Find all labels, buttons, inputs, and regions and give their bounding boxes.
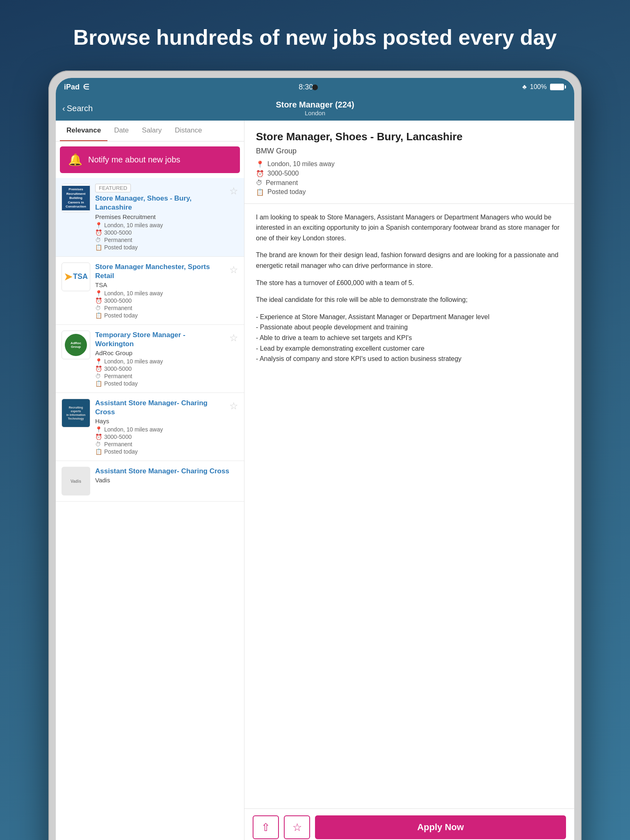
- save-job-button[interactable]: ☆: [229, 400, 238, 412]
- filter-tabs: Relevance Date Salary Distance: [56, 121, 244, 142]
- tsa-logo: ➤ TSA: [64, 271, 88, 283]
- salary-icon: ⏰: [95, 434, 102, 440]
- wifi-icon: ∈: [83, 82, 89, 91]
- job-detail-body: I am looking to speak to Store Managers,…: [244, 204, 574, 809]
- job-actions: ☆: [229, 399, 238, 412]
- salary-icon: ⏰: [95, 229, 102, 236]
- save-job-button[interactable]: ☆: [229, 185, 238, 197]
- job-item[interactable]: Vadis Assistant Store Manager- Charing C…: [56, 461, 244, 502]
- save-job-button[interactable]: ☆: [229, 264, 238, 276]
- job-meta: 📍 London, 10 miles away ⏰ 3000-5000 ⏱: [95, 358, 224, 387]
- job-item[interactable]: PremisesRecruitmentBuilding Careers in C…: [56, 178, 244, 256]
- save-job-button[interactable]: ☆: [229, 332, 238, 344]
- job-company: TSA: [95, 281, 224, 288]
- job-title: Temporary Store Manager - Workington: [95, 331, 224, 349]
- detail-location: 📍 London, 10 miles away: [256, 160, 563, 168]
- job-detail-company: BMW Group: [256, 147, 563, 155]
- battery-label: 100%: [530, 83, 547, 91]
- page-headline: Browse hundreds of new jobs posted every…: [41, 0, 590, 71]
- tab-salary[interactable]: Salary: [135, 121, 168, 141]
- job-salary: ⏰ 3000-5000: [95, 229, 224, 236]
- job-posted: 📋 Posted today: [95, 244, 224, 251]
- job-company: Premises Recruitment: [95, 213, 224, 220]
- location-icon: 📍: [95, 358, 102, 365]
- job-salary: ⏰ 3000-5000: [95, 434, 224, 440]
- back-label[interactable]: Search: [67, 104, 93, 113]
- salary-icon: ⏰: [95, 365, 102, 372]
- job-info: Assistant Store Manager- Charing Cross V…: [95, 467, 238, 485]
- job-type: ⏱ Permanent: [95, 373, 224, 379]
- clock-icon: ⏱: [95, 305, 102, 311]
- nav-header: ‹ Search Store Manager (224) London: [56, 96, 574, 121]
- job-meta: 📍 London, 10 miles away ⏰ 3000-5000 ⏱: [95, 222, 224, 251]
- status-right: ♣ 100%: [523, 83, 566, 91]
- share-button[interactable]: ⇧: [253, 815, 279, 839]
- job-description-4: The ideal candidate for this role will b…: [256, 294, 563, 305]
- back-button[interactable]: ‹ Search: [62, 104, 93, 113]
- job-info: Assistant Store Manager- Charing Cross H…: [95, 399, 224, 455]
- job-detail-actions: ⇧ ☆ Apply Now: [244, 808, 574, 840]
- job-posted: 📋 Posted today: [95, 312, 224, 319]
- clock-icon: ⏱: [95, 441, 102, 447]
- clock-icon: ⏱: [95, 237, 102, 243]
- job-title: Assistant Store Manager- Charing Cross: [95, 467, 238, 476]
- job-actions: ☆: [229, 262, 238, 276]
- save-button[interactable]: ☆: [284, 815, 310, 839]
- calendar-icon: 📋: [95, 448, 102, 455]
- job-title: Store Manager, Shoes - Bury, Lancashire: [95, 194, 224, 212]
- job-meta: 📍 London, 10 miles away ⏰ 3000-5000 ⏱: [95, 290, 224, 319]
- job-location: 📍 London, 10 miles away: [95, 222, 224, 228]
- detail-posted: 📋 Posted today: [256, 188, 563, 196]
- nav-title: Store Manager (224): [276, 100, 354, 110]
- job-info: FEATURED Store Manager, Shoes - Bury, La…: [95, 184, 224, 250]
- calendar-icon: 📋: [95, 244, 102, 251]
- calendar-icon: 📋: [95, 380, 102, 387]
- clock-icon: ⏱: [95, 373, 102, 379]
- notify-text: Notify me about new jobs: [88, 155, 180, 164]
- tablet-device: iPad ∈ 8:30 ♣ 100% ‹ Search: [48, 71, 582, 840]
- detail-salary: ⏰ 3000-5000: [256, 170, 563, 178]
- job-description-5: - Experience at Store Manager, Assistant…: [256, 312, 563, 364]
- job-type: ⏱ Permanent: [95, 305, 224, 311]
- job-logo: AdRocGroup: [62, 331, 90, 359]
- adroc-logo: AdRocGroup: [65, 334, 87, 356]
- job-description-2: The brand are known for their design lea…: [256, 250, 563, 271]
- job-detail-header: Store Manager, Shoes - Bury, Lancashire …: [244, 121, 574, 203]
- main-content: Relevance Date Salary Distance 🔔 Notify …: [56, 121, 574, 840]
- job-item[interactable]: AdRocGroup Temporary Store Manager - Wor…: [56, 325, 244, 393]
- tab-date[interactable]: Date: [107, 121, 135, 141]
- job-info: Temporary Store Manager - Workington AdR…: [95, 331, 224, 387]
- salary-icon: ⏰: [256, 170, 264, 178]
- notify-banner[interactable]: 🔔 Notify me about new jobs: [60, 146, 240, 173]
- salary-icon: ⏰: [95, 297, 102, 304]
- job-description-1: I am looking to speak to Store Managers,…: [256, 212, 563, 244]
- tab-distance[interactable]: Distance: [168, 121, 208, 141]
- calendar-icon: 📋: [95, 312, 102, 319]
- job-item[interactable]: ➤ TSA Store Manager Manchester, Sports R…: [56, 257, 244, 325]
- location-icon: 📍: [95, 426, 102, 433]
- device-name: iPad: [64, 83, 80, 91]
- job-title: Store Manager Manchester, Sports Retail: [95, 262, 224, 281]
- job-logo: ➤ TSA: [62, 262, 90, 291]
- tab-relevance[interactable]: Relevance: [60, 121, 107, 141]
- job-detail-meta: 📍 London, 10 miles away ⏰ 3000-5000 ⏱ Pe…: [256, 160, 563, 196]
- share-icon: ⇧: [261, 821, 270, 834]
- job-location: 📍 London, 10 miles away: [95, 426, 224, 433]
- job-location: 📍 London, 10 miles away: [95, 358, 224, 365]
- star-icon: ☆: [292, 821, 302, 834]
- job-detail-title: Store Manager, Shoes - Bury, Lancashire: [256, 130, 563, 143]
- left-panel: Relevance Date Salary Distance 🔔 Notify …: [56, 121, 244, 840]
- status-left: iPad ∈: [64, 82, 89, 91]
- right-panel: Store Manager, Shoes - Bury, Lancashire …: [244, 121, 574, 840]
- vadis-logo: Vadis: [62, 467, 90, 495]
- tsa-arrow-icon: ➤: [64, 271, 72, 283]
- apply-now-button[interactable]: Apply Now: [315, 815, 566, 839]
- job-logo: Recruiting experts in Information Techno…: [62, 399, 90, 427]
- job-item[interactable]: Recruiting experts in Information Techno…: [56, 393, 244, 461]
- job-salary: ⏰ 3000-5000: [95, 365, 224, 372]
- status-time: 8:30: [299, 83, 313, 91]
- job-company: Hays: [95, 418, 224, 425]
- job-salary: ⏰ 3000-5000: [95, 297, 224, 304]
- featured-badge: FEATURED: [95, 184, 131, 192]
- bluetooth-icon: ♣: [523, 83, 527, 91]
